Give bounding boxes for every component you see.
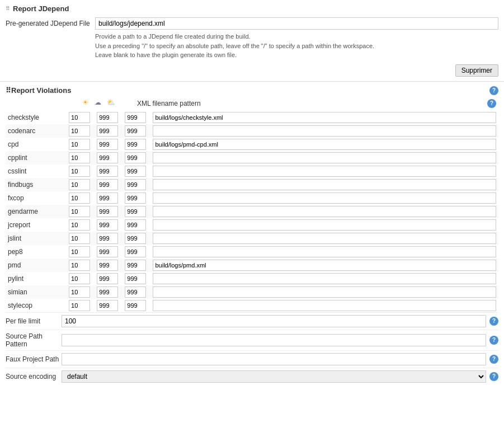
v1-input-pep8[interactable] bbox=[69, 246, 90, 257]
source-encoding-select[interactable]: defaultUTF-8ISO-8859-1US-ASCII bbox=[62, 370, 486, 383]
xml-input-cpplint[interactable] bbox=[153, 152, 496, 163]
v3-input-stylecop[interactable] bbox=[125, 300, 146, 311]
v3-input-cpplint[interactable] bbox=[125, 152, 146, 163]
v1-input-simian[interactable] bbox=[69, 286, 90, 298]
source-path-input[interactable] bbox=[62, 334, 486, 346]
v1-input-csslint[interactable] bbox=[69, 166, 90, 177]
v2-input-findbugs[interactable] bbox=[97, 179, 118, 190]
xml-input-jslint[interactable] bbox=[153, 233, 496, 244]
xml-input-csslint[interactable] bbox=[153, 166, 496, 177]
v1-input-cpplint[interactable] bbox=[69, 152, 90, 163]
jdepend-file-row: Pre-generated JDepend File Provide a pat… bbox=[6, 17, 498, 60]
violations-title: Report Violations bbox=[11, 86, 71, 95]
table-row: cpd bbox=[6, 138, 498, 151]
per-file-help-icon[interactable]: ? bbox=[489, 317, 498, 326]
v2-input-stylecop[interactable] bbox=[97, 300, 118, 311]
faux-project-input[interactable] bbox=[62, 353, 486, 365]
v2-input-cpd[interactable] bbox=[97, 139, 118, 150]
v2-input-checkstyle[interactable] bbox=[97, 112, 118, 123]
v3-input-codenarc[interactable] bbox=[125, 125, 146, 137]
xml-input-stylecop[interactable] bbox=[153, 300, 496, 311]
xml-input-cpd[interactable] bbox=[153, 139, 496, 150]
v2-input-csslint[interactable] bbox=[97, 166, 118, 177]
v3-input-checkstyle[interactable] bbox=[125, 112, 146, 123]
v2-input-pylint[interactable] bbox=[97, 273, 118, 284]
violation-v2-simian bbox=[95, 285, 123, 299]
xml-input-simian[interactable] bbox=[153, 286, 496, 298]
violation-xml-findbugs bbox=[150, 178, 498, 191]
v2-input-jcreport[interactable] bbox=[97, 219, 118, 231]
violation-v2-findbugs bbox=[95, 178, 123, 191]
violation-v3-simian bbox=[123, 285, 150, 299]
v1-input-jcreport[interactable] bbox=[69, 219, 90, 231]
v2-input-cpplint[interactable] bbox=[97, 152, 118, 163]
violation-name-gendarme: gendarme bbox=[6, 205, 67, 218]
xml-pattern-help-icon[interactable]: ? bbox=[487, 99, 496, 108]
violation-v3-codenarc bbox=[123, 124, 150, 138]
v1-input-pylint[interactable] bbox=[69, 273, 90, 284]
v2-input-fxcop[interactable] bbox=[97, 192, 118, 204]
jdepend-section-header: ⠿ Report JDepend bbox=[6, 4, 498, 13]
violations-help-icon[interactable]: ? bbox=[489, 86, 498, 95]
v3-input-csslint[interactable] bbox=[125, 166, 146, 177]
v1-input-checkstyle[interactable] bbox=[69, 112, 90, 123]
v1-input-pmd[interactable] bbox=[69, 260, 90, 271]
xml-input-findbugs[interactable] bbox=[153, 179, 496, 190]
v3-input-gendarme[interactable] bbox=[125, 206, 146, 217]
violation-v2-checkstyle bbox=[95, 111, 123, 124]
v1-input-cpd[interactable] bbox=[69, 139, 90, 150]
violation-v3-cpd bbox=[123, 138, 150, 151]
per-file-limit-input[interactable] bbox=[62, 315, 486, 327]
v2-input-codenarc[interactable] bbox=[97, 125, 118, 137]
violation-v2-jslint bbox=[95, 232, 123, 245]
violations-header: ⠿ Report Violations ? bbox=[6, 86, 498, 95]
violation-name-pylint: pylint bbox=[6, 272, 67, 285]
sun-icon: ☀ bbox=[82, 98, 92, 109]
v3-input-pmd[interactable] bbox=[125, 260, 146, 271]
jdepend-file-input[interactable] bbox=[95, 17, 498, 30]
v2-input-pmd[interactable] bbox=[97, 260, 118, 271]
v1-input-stylecop[interactable] bbox=[69, 300, 90, 311]
xml-input-fxcop[interactable] bbox=[153, 192, 496, 204]
v3-input-cpd[interactable] bbox=[125, 139, 146, 150]
source-encoding-help-icon[interactable]: ? bbox=[489, 372, 498, 381]
v2-input-gendarme[interactable] bbox=[97, 206, 118, 217]
v3-input-jcreport[interactable] bbox=[125, 219, 146, 231]
source-path-help-icon[interactable]: ? bbox=[489, 336, 498, 345]
xml-input-pylint[interactable] bbox=[153, 273, 496, 284]
xml-input-pmd[interactable] bbox=[153, 260, 496, 271]
xml-input-gendarme[interactable] bbox=[153, 206, 496, 217]
v1-input-gendarme[interactable] bbox=[69, 206, 90, 217]
v1-input-fxcop[interactable] bbox=[69, 192, 90, 204]
v1-input-codenarc[interactable] bbox=[69, 125, 90, 137]
v3-input-simian[interactable] bbox=[125, 286, 146, 298]
xml-input-codenarc[interactable] bbox=[153, 125, 496, 137]
faux-project-help-icon[interactable]: ? bbox=[489, 355, 498, 364]
v3-input-pep8[interactable] bbox=[125, 246, 146, 257]
v2-input-pep8[interactable] bbox=[97, 246, 118, 257]
violation-xml-jslint bbox=[150, 232, 498, 245]
v3-input-findbugs[interactable] bbox=[125, 179, 146, 190]
table-row: csslint bbox=[6, 165, 498, 178]
v2-input-simian[interactable] bbox=[97, 286, 118, 298]
v3-input-pylint[interactable] bbox=[125, 273, 146, 284]
table-row: simian bbox=[6, 285, 498, 299]
xml-input-pep8[interactable] bbox=[153, 246, 496, 257]
delete-button[interactable]: Supprimer bbox=[455, 64, 498, 77]
v3-input-jslint[interactable] bbox=[125, 233, 146, 244]
jdepend-hint: Provide a path to a JDepend file created… bbox=[95, 32, 498, 60]
table-row: stylecop bbox=[6, 299, 498, 312]
violation-v2-codenarc bbox=[95, 124, 123, 138]
v2-input-jslint[interactable] bbox=[97, 233, 118, 244]
v1-input-jslint[interactable] bbox=[69, 233, 90, 244]
violation-v1-jslint bbox=[67, 232, 95, 245]
violations-section: ⠿ Report Violations ? ☀ ☁ ⛅ XML filename… bbox=[0, 82, 504, 389]
v1-input-findbugs[interactable] bbox=[69, 179, 90, 190]
violation-v3-pep8 bbox=[123, 245, 150, 259]
violation-name-cpplint: cpplint bbox=[6, 151, 67, 165]
v3-input-fxcop[interactable] bbox=[125, 192, 146, 204]
violation-xml-jcreport bbox=[150, 218, 498, 232]
xml-input-checkstyle[interactable] bbox=[153, 112, 496, 123]
xml-input-jcreport[interactable] bbox=[153, 219, 496, 231]
faux-project-label: Faux Project Path bbox=[6, 355, 62, 363]
